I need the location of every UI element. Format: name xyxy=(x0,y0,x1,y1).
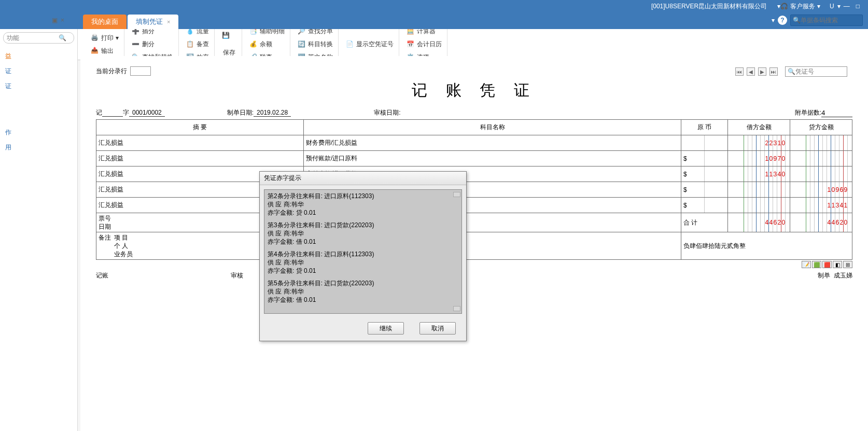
chevron-down-icon[interactable]: ▾ xyxy=(837,3,841,10)
window-minimize-icon[interactable]: — xyxy=(844,3,850,10)
pin-icon[interactable]: ▣ xyxy=(52,17,58,24)
voucher-content: 当前分录行 ⏮ ◀ ▶ ⏭ 🔍 记 账 凭 证 记 字 0001/0002 制单… xyxy=(80,56,868,60)
tab-close-icon[interactable]: × xyxy=(167,19,170,25)
customer-service[interactable]: 🎧 客户服务 ▾ xyxy=(780,2,820,11)
tab-desktop[interactable]: 我的桌面 xyxy=(83,15,127,29)
nav-panel: 🔍 益 证 证 作 用 xyxy=(0,29,78,60)
tab-voucher[interactable]: 填制凭证 × xyxy=(128,15,178,29)
btn-label: 余额 xyxy=(260,40,272,49)
help-icon[interactable]: ? xyxy=(778,16,787,25)
ribbon: 🖨️打印 ▾ 📤输出 ➕插分 ➖删分 🔍查找和替换 💧流量 📋备查 ↩️放弃 💾… xyxy=(0,29,868,60)
tab-label: 我的桌面 xyxy=(91,17,118,26)
btn-label: 输出 xyxy=(101,47,114,55)
audit-icon: 📋 xyxy=(186,40,194,49)
export-button[interactable]: 📤输出 xyxy=(89,46,121,57)
panel-pin-close: ▣ × xyxy=(52,17,64,24)
window-restore-icon[interactable]: □ xyxy=(856,3,860,10)
corp-name: [001]U8SERVER昆山太田新材料有限公司 xyxy=(651,2,767,11)
service-label: 客户服务 xyxy=(790,2,815,11)
chevron-down-icon[interactable]: ▾ xyxy=(772,17,775,24)
u-menu[interactable]: U xyxy=(830,3,834,10)
show-blank-voucher-button[interactable]: 📄显示空凭证号 xyxy=(344,39,396,50)
tree-item[interactable]: 益 xyxy=(3,49,74,60)
header-search-area: ▾ ? 🔍 xyxy=(772,15,863,26)
btn-label: 科目转换 xyxy=(308,40,333,49)
nav-tree: 益 证 证 作 用 xyxy=(3,49,74,60)
app-titlebar: [001]U8SERVER昆山太田新材料有限公司 ▾ 🎧 客户服务 ▾ U ▾ … xyxy=(0,0,868,12)
print-button[interactable]: 🖨️打印 ▾ xyxy=(89,33,121,44)
audit-ref-button[interactable]: 📋备查 xyxy=(184,39,211,50)
tab-label: 填制凭证 xyxy=(136,17,163,26)
barcode-input[interactable] xyxy=(801,17,852,24)
close-icon[interactable]: × xyxy=(61,17,64,24)
balance-icon: 💰 xyxy=(249,40,258,49)
delete-split-button[interactable]: ➖删分 xyxy=(130,39,175,50)
nav-search-input[interactable] xyxy=(7,34,59,41)
search-icon: 🔍 xyxy=(59,34,66,41)
blank-icon: 📄 xyxy=(346,40,354,49)
nav-search[interactable]: 🔍 xyxy=(3,32,74,44)
delete-icon: ➖ xyxy=(132,40,140,49)
btn-label: 会计日历 xyxy=(417,40,442,49)
search-icon: 🔍 xyxy=(793,17,801,24)
calendar-icon: 📅 xyxy=(407,40,415,49)
btn-label: 打印 xyxy=(101,34,114,43)
headset-icon: 🎧 xyxy=(780,3,788,10)
calendar-button[interactable]: 📅会计日历 xyxy=(404,39,444,50)
btn-label: 删分 xyxy=(142,40,155,49)
tab-strip: ▣ × 我的桌面 填制凭证 × ▾ ? 🔍 xyxy=(0,12,868,29)
printer-icon: 🖨️ xyxy=(91,34,99,42)
save-icon: 💾 xyxy=(222,32,236,46)
chevron-down-icon: ▾ xyxy=(817,3,820,10)
balance-button[interactable]: 💰余额 xyxy=(247,39,287,50)
barcode-search[interactable]: 🔍 xyxy=(790,15,863,26)
save-button[interactable]: 💾保存 xyxy=(220,31,239,58)
btn-label: 显示空凭证号 xyxy=(356,40,394,49)
convert-icon: 🔄 xyxy=(298,40,306,49)
export-icon: 📤 xyxy=(91,47,99,55)
btn-label: 备查 xyxy=(197,40,209,49)
convert-acct-button[interactable]: 🔄科目转换 xyxy=(296,39,335,50)
